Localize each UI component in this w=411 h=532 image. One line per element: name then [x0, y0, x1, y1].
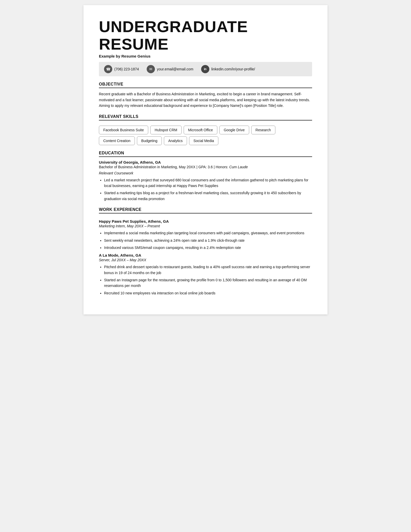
work-bullet: Pitched drink and dessert specials to re… — [104, 264, 312, 276]
coursework-label: Relevant Coursework — [99, 171, 312, 175]
work-bullet: Recruited 10 new employees via interacti… — [104, 290, 312, 296]
linkedin-url: linkedin.com/in/your-profile/ — [211, 67, 255, 71]
skill-tag: Facebook Business Suite — [99, 126, 148, 134]
edu-honors: Cum Laude — [229, 165, 248, 169]
skill-tag: Google Drive — [219, 126, 249, 134]
skill-tag: Budgeting — [137, 136, 162, 145]
edu-degree: Bachelor of Business Administration in M… — [99, 165, 312, 169]
education-bullets: Led a market research project that surve… — [104, 177, 312, 202]
work-bullet: Sent weekly email newsletters, achieving… — [104, 238, 312, 243]
work-title-date-1: Server, Jul 20XX – May 20XX — [99, 258, 312, 262]
email-contact: ✉ your.email@email.com — [147, 65, 193, 73]
work-experience-section: WORK EXPERIENCE Happy Paws Pet Supplies,… — [99, 207, 312, 296]
work-company-0: Happy Paws Pet Supplies, Athens, GA — [99, 219, 312, 223]
work-title-date-0: Marketing Intern, May 20XX – Present — [99, 224, 312, 228]
work-company-1: A La Mode, Athens, GA — [99, 253, 312, 257]
skill-tag: Content Creation — [99, 136, 135, 145]
email-address: your.email@email.com — [157, 67, 193, 71]
resume-document: UNDERGRADUATE RESUME Example by Resume G… — [83, 5, 328, 314]
skill-tag: Microsoft Office — [184, 126, 217, 134]
skills-grid: Facebook Business SuiteHubspot CRMMicros… — [99, 126, 312, 145]
linkedin-icon: in — [201, 65, 209, 73]
work-bullets-0: Implemented a social media marketing pla… — [104, 230, 312, 250]
objective-text: Recent graduate with a Bachelor of Busin… — [99, 91, 312, 108]
education-bullet: Started a marketing tips blog as a proje… — [104, 190, 312, 202]
work-bullet: Introduced various SMS/email coupon camp… — [104, 245, 312, 250]
objective-section: OBJECTIVE Recent graduate with a Bachelo… — [99, 82, 312, 108]
resume-title: UNDERGRADUATE RESUME — [99, 18, 312, 53]
edu-institution: University of Georgia, Athens, GA — [99, 160, 312, 164]
email-icon: ✉ — [147, 65, 155, 73]
contact-bar: ☎ (706) 223-1874 ✉ your.email@email.com … — [99, 62, 312, 76]
skill-tag: Social Media — [189, 136, 218, 145]
phone-contact: ☎ (706) 223-1874 — [104, 65, 139, 73]
skill-tag: Hubspot CRM — [150, 126, 182, 134]
objective-heading: OBJECTIVE — [99, 82, 312, 88]
work-bullet: Implemented a social media marketing pla… — [104, 230, 312, 236]
education-section: EDUCATION University of Georgia, Athens,… — [99, 151, 312, 202]
education-heading: EDUCATION — [99, 151, 312, 157]
skill-tag: Research — [251, 126, 275, 134]
linkedin-contact: in linkedin.com/in/your-profile/ — [201, 65, 255, 73]
phone-icon: ☎ — [104, 65, 112, 73]
skills-section: RELEVANT SKILLS Facebook Business SuiteH… — [99, 114, 312, 145]
edu-degree-text: Bachelor of Business Administration in M… — [99, 165, 228, 169]
education-bullet: Led a market research project that surve… — [104, 177, 312, 189]
skill-tag: Analytics — [164, 136, 187, 145]
resume-subtitle: Example by Resume Genius — [99, 54, 312, 58]
work-bullet: Started an Instagram page for the restau… — [104, 277, 312, 289]
phone-number: (706) 223-1874 — [114, 67, 139, 71]
work-bullets-1: Pitched drink and dessert specials to re… — [104, 264, 312, 296]
skills-heading: RELEVANT SKILLS — [99, 114, 312, 120]
work-heading: WORK EXPERIENCE — [99, 207, 312, 213]
